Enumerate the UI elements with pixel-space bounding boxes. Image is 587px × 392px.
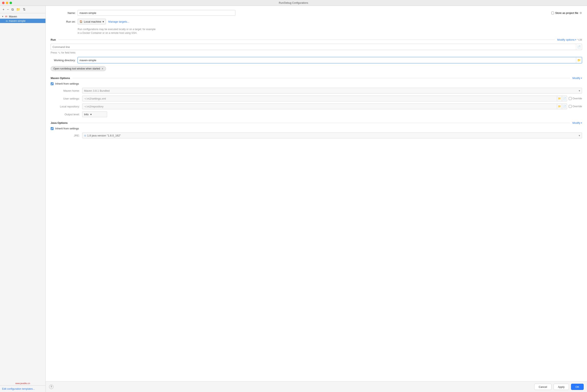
sidebar-toolbar: + − ⧉ 📁 ⇅: [0, 6, 46, 13]
help-button[interactable]: ?: [49, 384, 54, 389]
java-modify-label: Modify: [572, 121, 580, 124]
chevron-down-icon: ▾: [103, 20, 104, 23]
sidebar: + − ⧉ 📁 ⇅ ▼ m Maven m: [0, 6, 46, 392]
remove-config-button[interactable]: −: [6, 7, 10, 12]
field-hint: Press ⌥ for field hints: [51, 51, 582, 54]
maven-item-icon: m: [6, 20, 8, 22]
name-row: Name: Store as project file ⚙: [51, 10, 582, 16]
java-modify-area: Modify ▾: [572, 121, 582, 124]
user-settings-override-checkbox[interactable]: [569, 97, 572, 100]
chevron-down-icon: ▾: [579, 89, 580, 92]
sidebar-item-maven-simple[interactable]: m maven-simple: [0, 19, 46, 23]
maven-inherit-row: Inherit from settings: [51, 82, 582, 85]
run-section-header: Run Modify options ▾ ⌥M: [51, 38, 582, 41]
working-dir-row: Working directory: 📁: [51, 57, 582, 63]
maximize-button[interactable]: [10, 2, 12, 4]
add-config-button[interactable]: +: [2, 7, 5, 12]
maven-modify-area: Modify ▾: [572, 76, 582, 80]
minimize-button[interactable]: [6, 2, 8, 4]
chip-label: Open run/debug tool window when started: [53, 67, 100, 70]
ok-button[interactable]: OK: [571, 384, 584, 390]
java-options-title: Java Options: [51, 121, 68, 124]
store-project-file-checkbox[interactable]: [551, 12, 554, 14]
chip-close-button[interactable]: ×: [102, 67, 103, 70]
window-controls[interactable]: [2, 2, 12, 4]
jre-row: JRE: 🗂 1.8 java version "1.8.0_162" ▾: [51, 132, 582, 138]
maven-home-label: Maven home:: [55, 89, 80, 92]
jre-icon: 🗂: [84, 134, 86, 137]
java-modify-button[interactable]: Modify ▾: [572, 121, 582, 124]
modify-options-button[interactable]: Modify options ▾: [557, 38, 576, 41]
apply-button[interactable]: Apply: [553, 384, 569, 390]
java-inherit-label: Inherit from settings: [55, 127, 79, 130]
chevron-down-icon: ▾: [581, 77, 582, 79]
cancel-button[interactable]: Cancel: [534, 384, 551, 390]
java-inherit-checkbox[interactable]: [51, 127, 54, 130]
main-container: + − ⧉ 📁 ⇅ ▼ m Maven m: [0, 6, 587, 392]
content-area: Name: Store as project file ⚙ Run on: 🏠 …: [46, 6, 587, 392]
user-settings-input[interactable]: [82, 97, 557, 100]
local-repo-row: Local repository: 📁 📄 Override: [51, 104, 582, 109]
home-icon: 🏠: [80, 20, 83, 23]
working-dir-container: 📁: [78, 57, 582, 63]
run-on-select[interactable]: 🏠 Local machine ▾: [78, 19, 106, 24]
output-level-label: Output level:: [55, 113, 80, 116]
close-button[interactable]: [2, 2, 5, 4]
local-repo-doc-button[interactable]: 📄: [562, 104, 567, 109]
sidebar-group-maven[interactable]: ▼ m Maven: [0, 14, 46, 19]
chevron-down-icon: ▾: [579, 134, 580, 137]
jre-select[interactable]: 🗂 1.8 java version "1.8.0_162" ▾: [82, 132, 582, 138]
working-dir-browse-button[interactable]: 📁: [576, 57, 582, 63]
content-scroll: Name: Store as project file ⚙ Run on: 🏠 …: [46, 6, 587, 382]
output-level-select[interactable]: Info ▾: [82, 112, 107, 117]
user-settings-override-label: Override: [572, 97, 582, 100]
java-options-area: Inherit from settings JRE: 🗂 1.8 java ve…: [51, 127, 582, 138]
maven-modify-button[interactable]: Modify ▾: [572, 76, 582, 80]
manage-targets-link[interactable]: Manage targets...: [108, 20, 129, 23]
chevron-down-icon: ▼: [2, 15, 4, 18]
user-settings-container: 📁 📄: [82, 96, 567, 102]
copy-config-button[interactable]: ⧉: [11, 7, 15, 12]
sidebar-group-label: Maven: [9, 15, 17, 18]
name-label: Name:: [51, 12, 76, 14]
jre-value: 1.8 java version "1.8.0_162": [87, 134, 579, 137]
folder-config-button[interactable]: 📁: [15, 7, 21, 12]
maven-home-select[interactable]: Maven 3.8.1 Bundled ▾: [82, 88, 582, 94]
local-repo-folder-button[interactable]: 📁: [557, 104, 562, 109]
maven-inherit-checkbox[interactable]: [51, 82, 54, 85]
user-settings-folder-button[interactable]: 📁: [557, 96, 562, 101]
local-repo-override-checkbox[interactable]: [569, 105, 572, 108]
sidebar-tree: ▼ m Maven m maven-simple: [0, 13, 46, 382]
command-line-container: 📄: [51, 44, 582, 50]
modify-options-area: Modify options ▾ ⌥M: [557, 38, 582, 41]
watermark: www.javatiku.cn: [0, 382, 46, 385]
chevron-down-icon: ▾: [581, 122, 582, 124]
local-repo-label: Local repository:: [55, 105, 80, 108]
java-inherit-row: Inherit from settings: [51, 127, 582, 130]
store-project-file-label: Store as project file: [555, 12, 578, 14]
run-section-divider: [58, 40, 555, 40]
working-dir-label: Working directory:: [51, 59, 76, 62]
maven-options-header: Maven Options Modify ▾: [51, 76, 582, 80]
java-options-header: Java Options Modify ▾: [51, 121, 582, 124]
titlebar: Run/Debug Configurations: [0, 0, 587, 6]
gear-icon[interactable]: ⚙: [579, 12, 582, 14]
java-divider: [70, 123, 570, 123]
local-repo-container: 📁 📄: [82, 104, 567, 109]
name-input[interactable]: [78, 10, 235, 16]
command-line-input[interactable]: [51, 46, 576, 48]
local-repo-input[interactable]: [82, 105, 557, 108]
working-dir-input[interactable]: [78, 59, 576, 62]
maven-modify-label: Modify: [572, 76, 580, 80]
command-line-icon-button[interactable]: 📄: [576, 44, 582, 50]
local-machine-label: Local machine: [84, 20, 101, 23]
local-repo-override-label: Override: [572, 105, 582, 108]
run-on-row: Run on: 🏠 Local machine ▾ Manage targets…: [51, 19, 582, 24]
maven-group-icon: m: [5, 15, 8, 18]
sort-config-button[interactable]: ⇅: [22, 7, 26, 12]
bottom-bar: ? Cancel Apply OK: [46, 382, 587, 392]
maven-home-row: Maven home: Maven 3.8.1 Bundled ▾: [51, 88, 582, 94]
folder-icon: 📁: [577, 58, 581, 62]
user-settings-doc-button[interactable]: 📄: [562, 96, 567, 101]
edit-templates-link[interactable]: Edit configuration templates...: [2, 388, 35, 390]
